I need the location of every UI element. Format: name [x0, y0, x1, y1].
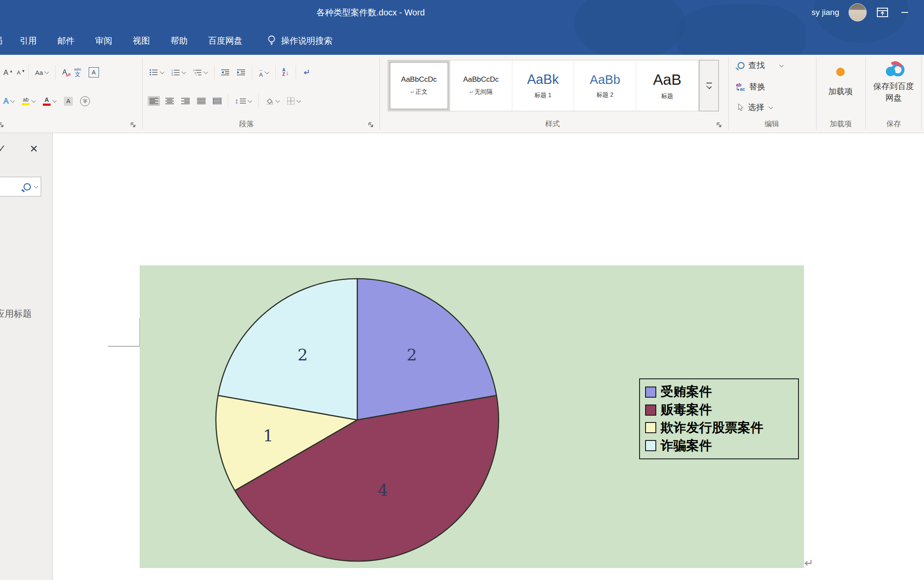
phonetic-guide-button[interactable]: wén文 — [72, 66, 83, 78]
sort-button[interactable]: AZ ↓ — [281, 67, 291, 78]
tab-review[interactable]: 审阅 — [85, 27, 123, 55]
minimize-button[interactable] — [898, 6, 911, 19]
pane-search-input[interactable] — [0, 177, 41, 196]
group-separator — [380, 57, 380, 130]
chevron-down-icon — [34, 184, 38, 188]
align-left-button[interactable] — [148, 96, 160, 106]
bullet-list-icon — [150, 69, 158, 76]
justify-button[interactable] — [195, 96, 207, 106]
avatar[interactable] — [849, 3, 867, 21]
paragraph-mark: ↵ — [804, 557, 813, 569]
replace-icon: ab ↳ac — [736, 83, 745, 91]
document-canvas[interactable]: 图 1-各种类型案件数↵ 2412 受贿案件贩毒案件欺诈发行股票案件诈骗案件 ↵ — [53, 133, 924, 580]
paragraph-group-row1: 1 2 3 1 a i — [148, 62, 311, 82]
clipboard-dialog-launcher[interactable] — [0, 120, 5, 129]
tell-me-search[interactable]: 操作说明搜索 — [267, 35, 332, 47]
legend-item: 欺诈发行股票案件 — [645, 419, 793, 437]
editing-group-label: 编辑 — [729, 119, 815, 129]
tell-me-label: 操作说明搜索 — [281, 35, 332, 47]
align-center-icon — [165, 98, 174, 104]
font-dialog-launcher[interactable] — [129, 120, 137, 129]
shrink-font-button[interactable]: A▼ — [15, 68, 24, 77]
bullet-list-button[interactable] — [148, 68, 166, 77]
font-color-button[interactable]: A — [41, 95, 58, 107]
cursor-pointer-icon — [738, 104, 744, 111]
distribute-text-button[interactable] — [211, 96, 223, 106]
styles-more-button[interactable] — [699, 60, 719, 111]
tab-references[interactable]: 引用 — [9, 27, 47, 55]
save-group-label: 保存 — [866, 119, 921, 129]
check-icon[interactable]: ✓ — [0, 143, 6, 155]
paragraph-mark-button[interactable] — [301, 68, 311, 77]
style-title[interactable]: AaB 标题 — [636, 60, 698, 111]
styles-more-icon — [706, 83, 712, 89]
paragraph-group-label: 段落 — [203, 119, 289, 129]
chevron-down-icon — [182, 69, 186, 74]
close-pane-button[interactable]: ✕ — [27, 142, 41, 156]
addins-button[interactable]: 加载项 — [828, 86, 853, 97]
legend-item: 受贿案件 — [645, 383, 793, 401]
group-separator — [728, 57, 729, 130]
account-name[interactable]: sy jiang — [812, 8, 839, 17]
pie-slice-3 — [218, 279, 357, 420]
tab-help[interactable]: 帮助 — [160, 27, 198, 55]
clear-formatting-button[interactable]: A — [60, 68, 69, 77]
change-case-button[interactable]: Aa — [33, 68, 51, 77]
legend-label: 欺诈发行股票案件 — [661, 419, 763, 437]
shading-button[interactable] — [263, 96, 281, 106]
style-no-spacing[interactable]: AaBbCcDc ↵无间隔 — [450, 60, 512, 111]
ribbon-display-options-button[interactable] — [876, 6, 889, 19]
paragraph-mark-icon — [302, 69, 310, 76]
paragraph-group-row2: ↕ — [148, 91, 302, 111]
align-center-button[interactable] — [164, 96, 176, 106]
paragraph-dialog-launcher[interactable] — [366, 120, 375, 129]
chevron-down-icon — [160, 69, 164, 74]
borders-icon — [287, 97, 295, 105]
text-effects-button[interactable]: A — [2, 96, 16, 106]
lightbulb-icon — [267, 35, 276, 46]
character-scaling-button[interactable]: ↔ A — [257, 66, 271, 79]
tab-view[interactable]: 视图 — [123, 27, 160, 55]
numbered-list-button[interactable]: 1 2 3 — [170, 68, 188, 77]
chevron-down-icon — [265, 69, 269, 74]
align-right-button[interactable] — [179, 96, 191, 106]
title-bar: 各种类型案件数.docx - Word sy jiang 局 引用 邮件 审阅 — [0, 0, 924, 55]
tab-baidu-netdisk[interactable]: 百度网盘 — [198, 27, 253, 55]
highlight-button[interactable]: ab — [20, 96, 37, 107]
style-heading2[interactable]: AaBb 标题 2 — [574, 60, 636, 111]
multilevel-list-button[interactable]: 1 a i — [191, 68, 209, 77]
document-title: 各种类型案件数.docx - Word — [242, 7, 499, 18]
pie-value-label-3: 2 — [298, 345, 308, 364]
addin-dot-icon[interactable] — [836, 68, 845, 76]
character-shading-button[interactable]: A — [62, 95, 75, 107]
find-button[interactable]: 查找 — [738, 60, 783, 71]
line-spacing-button[interactable]: ↕ — [233, 96, 254, 106]
styles-dialog-launcher[interactable] — [715, 120, 723, 129]
style-heading1[interactable]: AaBk 标题 1 — [512, 60, 574, 111]
font-group-row2: A ab A A 字 — [2, 91, 92, 111]
tab-layout-partial[interactable]: 局 — [0, 27, 9, 55]
svg-text:i: i — [196, 74, 196, 76]
legend-swatch — [645, 422, 656, 433]
grow-font-button[interactable]: A▲ — [2, 68, 11, 77]
baidu-netdisk-icon[interactable] — [883, 58, 906, 79]
tab-mailings[interactable]: 邮件 — [47, 27, 85, 55]
character-border-button[interactable]: A — [87, 66, 101, 79]
chart-figure[interactable]: 2412 受贿案件贩毒案件欺诈发行股票案件诈骗案件 — [140, 265, 804, 568]
chevron-down-icon — [31, 98, 36, 102]
pie-value-label-2: 1 — [263, 426, 273, 445]
chevron-down-icon — [10, 98, 15, 102]
borders-button[interactable] — [285, 96, 302, 106]
legend-label: 贩毒案件 — [661, 401, 712, 419]
replace-button[interactable]: ab ↳ac 替换 — [736, 81, 765, 92]
select-button[interactable]: 选择 — [738, 102, 773, 113]
increase-indent-button[interactable] — [235, 68, 247, 77]
legend-label: 受贿案件 — [661, 383, 712, 401]
pie-value-label-0: 2 — [407, 345, 417, 364]
decrease-indent-button[interactable] — [219, 68, 231, 77]
search-icon — [24, 183, 31, 190]
enclose-characters-button[interactable]: 字 — [78, 95, 92, 107]
style-normal[interactable]: AaBbCcDc ↵正文 — [388, 60, 450, 111]
legend-swatch — [645, 387, 656, 398]
save-to-baidu-button[interactable]: 保存到百度网盘 — [871, 80, 916, 104]
